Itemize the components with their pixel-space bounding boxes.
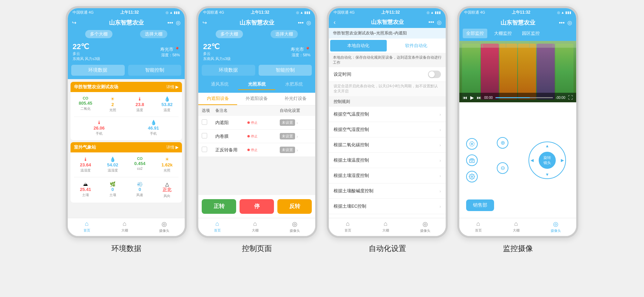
inner-shade-tab-2[interactable]: 内遮阳设备 [198, 93, 237, 105]
wind-1: 东南风 风力≤3级 [73, 56, 100, 61]
greenhouse-monitor-tab-4[interactable]: 大棚监控 [491, 29, 515, 38]
capture-btn-4[interactable] [466, 154, 478, 166]
nav-home-1[interactable]: ⌂ 首页 [83, 220, 90, 233]
list-item-7-3[interactable]: 根据光照强度控制 › [329, 214, 446, 218]
ptz-right-4[interactable]: ▶ [561, 158, 564, 163]
target-icon-3[interactable]: ◎ [437, 19, 442, 26]
list-item-2-3[interactable]: 根据二氧化碳控制 › [329, 137, 446, 153]
target-icon-1[interactable]: ◎ [176, 19, 181, 26]
play-btn-4[interactable]: ▶ [470, 95, 474, 100]
list-item-0-3[interactable]: 根据空气温度控制 › [329, 107, 446, 122]
nav-camera-3[interactable]: ◎ 摄像头 [420, 220, 430, 233]
ptz-center-4[interactable]: 旋转镜头 [539, 152, 556, 169]
skip-back-btn-4[interactable]: ⏮ [463, 95, 467, 100]
camera-icon-4: ◎ [553, 220, 558, 228]
w-temp-label-1: 温湿度 [80, 168, 91, 173]
forward-btn-2[interactable]: 正转 [202, 199, 236, 214]
nav-camera-2[interactable]: ◎ 摄像头 [290, 220, 300, 233]
tab-smart-ctrl-2[interactable]: 智能控制 [259, 65, 312, 76]
list-item-1-3[interactable]: 根据空气湿度控制 › [329, 122, 446, 137]
list-item-4-3[interactable]: 根据土壤湿度控制 › [329, 168, 446, 183]
location-btn-4[interactable]: 销售部 [466, 199, 494, 211]
tab-smart-ctrl-1[interactable]: 智能控制 [128, 65, 182, 76]
target-icon-2[interactable]: ◎ [306, 19, 311, 26]
auto-cell-3-2[interactable]: 未设置 › [280, 147, 312, 153]
select-greenhouse-btn-2[interactable]: 选择大棚 [271, 30, 298, 38]
section-header-farm-1: 华胜智慧农业测试农场 详情 ▶ [71, 82, 182, 92]
list-item-label-4-3: 根据土壤湿度控制 [334, 173, 369, 179]
all-monitor-tab-4[interactable]: 全部监控 [463, 29, 487, 38]
reverse-btn-2[interactable]: 反转 [277, 199, 312, 214]
back-btn-3[interactable]: ‹ [334, 19, 336, 26]
software-auto-tab-3[interactable]: 软件自动化 [388, 40, 445, 51]
status-icons-1: ◎ ▲ ▮▮▮ [166, 11, 180, 14]
control-panel-4: ⊕ ⊖ 旋转镜头 ▲ ▼ ◀ [459, 102, 576, 218]
nav-greenhouse-label-3: 大棚 [382, 228, 389, 233]
water-value-1: 53.82 [162, 102, 173, 107]
more-icon-3[interactable]: ••• [428, 19, 434, 26]
local-auto-tab-3[interactable]: 本地自动化 [330, 40, 387, 51]
nav-camera-4[interactable]: ◎ 摄像头 [551, 220, 561, 233]
lighting-tab-2[interactable]: 光照系统 [238, 79, 275, 90]
logout-icon-2[interactable]: ↪ [202, 19, 207, 26]
more-icon-1[interactable]: ••• [167, 20, 173, 26]
list-item-6-3[interactable]: 根据土壤EC控制 › [329, 199, 446, 214]
time-toggle-3[interactable] [428, 71, 441, 78]
more-icon-2[interactable]: ••• [298, 20, 304, 26]
checkbox-3-2[interactable] [202, 147, 215, 153]
checkbox-1-2[interactable] [202, 119, 215, 126]
settings-btn-4[interactable] [466, 171, 478, 182]
nav-greenhouse-2[interactable]: ⌂ 大棚 [252, 220, 259, 233]
tab-env-data-2[interactable]: 环境数据 [202, 65, 255, 76]
progress-bar-4[interactable] [495, 97, 553, 98]
multi-greenhouse-btn-2[interactable]: 多个大棚 [216, 30, 243, 38]
ptz-ring-4: 旋转镜头 ▲ ▼ ◀ ▶ [528, 142, 566, 179]
irrigation-tab-2[interactable]: 水肥系统 [275, 79, 312, 90]
list-3: 根据空气温度控制 › 根据空气湿度控制 › 根据二氧化碳控制 › 根据土壤温度控… [329, 107, 446, 218]
nav-home-2[interactable]: ⌂ 首页 [214, 220, 221, 233]
select-greenhouse-btn-1[interactable]: 选择大棚 [140, 30, 167, 38]
section-title-farm-1: 华胜智慧农业测试农场 [74, 84, 118, 90]
header-left-1: ↪ [72, 19, 76, 26]
auto-cell-2-2[interactable]: 未设置 › [280, 133, 312, 139]
more-icon-4[interactable]: ••• [559, 20, 565, 26]
auto-cell-1-2[interactable]: 未设置 › [280, 119, 312, 126]
multi-greenhouse-btn-1[interactable]: 多个大棚 [85, 30, 112, 38]
fullscreen-btn-4[interactable]: ⛶ [568, 95, 573, 100]
stop-btn-2[interactable]: 停 [240, 199, 274, 214]
skip-fwd-btn-4[interactable]: ⏭ [477, 95, 481, 100]
list-chevron-4-3: › [440, 173, 441, 178]
nav-greenhouse-3[interactable]: ⌂ 大棚 [382, 220, 389, 233]
section-detail-farm-1[interactable]: 详情 ▶ [166, 84, 179, 90]
list-item-5-3[interactable]: 根据土壤酸碱度控制 › [329, 183, 446, 199]
ptz-up-4[interactable]: ▲ [545, 144, 549, 148]
park-monitor-tab-4[interactable]: 园区监控 [519, 29, 543, 38]
list-item-3-3[interactable]: 根据土壤温度控制 › [329, 153, 446, 168]
weather-bar-2: 22℃ 多云 东南风 风力≤3级 寿光市 📍 湿度：58% [198, 41, 315, 65]
ptz-down-4[interactable]: ▼ [545, 172, 549, 177]
phone1: 中国联通 4G 上午11:32 ◎ ▲ ▮▮▮ ↪ 山东智慧农业 ••• ◎ 多… [66, 6, 187, 238]
nav-greenhouse-4[interactable]: ⌂ 大棚 [513, 220, 520, 233]
nav-greenhouse-1[interactable]: ⌂ 大棚 [121, 220, 128, 233]
zoom-in-btn-4[interactable]: ⊕ [497, 137, 508, 149]
target-icon-4[interactable]: ◎ [567, 19, 572, 26]
ptz-left-4[interactable]: ◀ [531, 158, 534, 163]
ventilation-tab-2[interactable]: 通风系统 [201, 79, 238, 90]
screen-content-2: 通风系统 光照系统 水肥系统 内遮阳设备 外遮阳设备 补光灯设备 选项 备注名 … [198, 79, 315, 218]
greenhouse-icon-2: ⌂ [253, 220, 257, 227]
outer-shade-tab-2[interactable]: 外遮阳设备 [237, 93, 276, 105]
nav-camera-1[interactable]: ◎ 摄像头 [159, 220, 169, 233]
app-title-4: 山东智慧农业 [501, 19, 535, 27]
nav-home-4[interactable]: ⌂ 首页 [475, 220, 482, 233]
spiral-btn-4[interactable] [466, 138, 478, 150]
zoom-out-btn-4[interactable]: ⊖ [497, 162, 508, 174]
grow-light-tab-2[interactable]: 补光灯设备 [276, 93, 315, 105]
section-detail-weather-1[interactable]: 详情 ▶ [166, 145, 179, 150]
tab-env-data-1[interactable]: 环境数据 [71, 65, 125, 76]
nav-home-3[interactable]: ⌂ 首页 [344, 220, 351, 233]
list-item-label-2-3: 根据二氧化碳控制 [334, 142, 369, 148]
city-1: 寿光市 📍 [160, 46, 180, 53]
app-title-1: 山东智慧农业 [109, 19, 144, 27]
checkbox-2-2[interactable] [202, 133, 215, 139]
logout-icon-1[interactable]: ↪ [72, 19, 76, 26]
